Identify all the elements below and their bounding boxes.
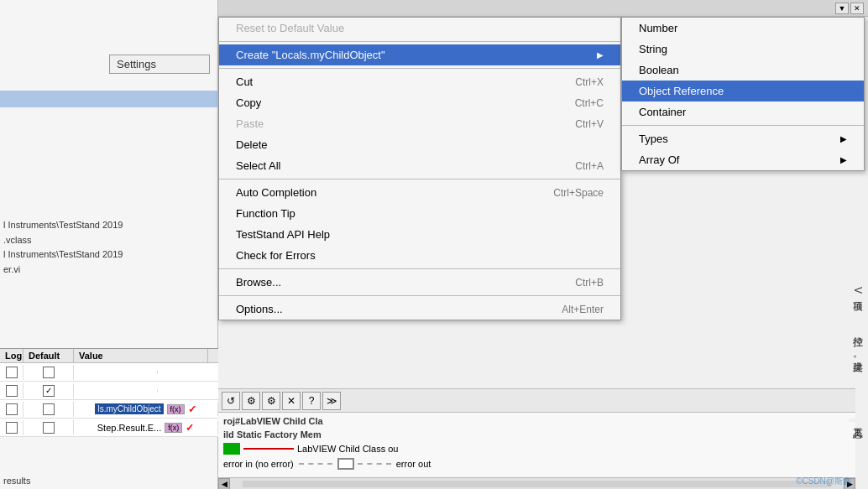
value-cell-2 — [74, 389, 158, 393]
submenu-array-of-label: Array Of — [639, 153, 679, 166]
submenu-object-reference-label: Object Reference — [639, 85, 724, 97]
log-checkbox-2[interactable] — [0, 383, 24, 398]
checkmark-icon: ✓ — [188, 403, 196, 415]
submenu-item-types[interactable]: Types ▶ — [622, 128, 864, 149]
copy-shortcut: Ctrl+C — [575, 97, 604, 109]
log-checkbox-1[interactable] — [0, 365, 24, 380]
watermark: ©CSDN@斯鑫 — [796, 476, 851, 487]
submenu-string-label: String — [639, 43, 667, 55]
menu-item-create-label: Create "Locals.myChildObject" — [236, 49, 385, 61]
menu-item-browse-label: Browse... — [236, 276, 281, 289]
table-row: ls.myChildObject f(x) ✓ — [0, 400, 218, 419]
submenu-separator-1 — [622, 125, 864, 126]
menu-item-browse[interactable]: Browse... Ctrl+B — [219, 272, 620, 293]
col-default: Default — [24, 349, 74, 362]
menu-item-function-tip[interactable]: Function Tip — [219, 203, 620, 224]
func-icon: f(x) — [167, 404, 185, 414]
results-label: results — [3, 476, 30, 486]
toolbar-gear-btn[interactable]: ⚙ — [242, 392, 260, 410]
menu-item-auto-completion-label: Auto Completion — [236, 186, 316, 199]
create-arrow-icon: ▶ — [597, 50, 604, 60]
toolbar-refresh-btn[interactable]: ↺ — [222, 392, 240, 410]
menu-item-function-tip-label: Function Tip — [236, 207, 295, 220]
menu-item-auto-completion[interactable]: Auto Completion Ctrl+Space — [219, 182, 620, 203]
scroll-left-btn[interactable]: ◀ — [218, 478, 230, 490]
settings-label: Settings — [117, 58, 156, 70]
options-shortcut: Alt+Enter — [562, 304, 604, 315]
value-cell-4: Step.Result.E... f(x) ✓ — [74, 421, 218, 434]
table-row: ✓ — [0, 382, 218, 400]
default-checkbox-4[interactable] — [24, 420, 74, 435]
submenu-item-object-reference[interactable]: Object Reference — [622, 81, 864, 101]
default-checkbox-3[interactable] — [24, 402, 74, 417]
menu-item-options[interactable]: Options... Alt+Enter — [219, 299, 620, 320]
paste-shortcut: Ctrl+V — [575, 118, 604, 130]
col-value: Value — [74, 349, 208, 362]
func-icon-2: f(x) — [165, 423, 182, 433]
menu-item-cut[interactable]: Cut Ctrl+X — [219, 71, 620, 92]
horizontal-scrollbar[interactable]: ◀ ▶ — [218, 477, 855, 489]
left-panel: Settings l Instruments\TestStand 2019 .v… — [0, 0, 218, 489]
path-row3: l Instruments\TestStand 2019 — [0, 247, 218, 261]
path-row4: er.vi — [0, 263, 218, 276]
value-cell-1 — [74, 371, 158, 374]
checked-icon: ✓ — [43, 385, 55, 397]
menu-item-reset[interactable]: Reset to Default Value — [219, 18, 620, 39]
menu-item-check-errors[interactable]: Check for Errors — [219, 245, 620, 266]
path-row1: l Instruments\TestStand 2019 — [0, 218, 218, 231]
menu-item-reset-label: Reset to Default Value — [236, 22, 344, 34]
default-checkbox-1[interactable] — [24, 365, 74, 380]
menu-item-delete[interactable]: Delete — [219, 134, 620, 155]
step-result-label: Step.Result.E... — [97, 423, 161, 433]
submenu: Number String Boolean Object Reference C… — [621, 17, 865, 171]
auto-completion-shortcut: Ctrl+Space — [553, 187, 604, 199]
table-row — [0, 363, 218, 382]
menu-separator-5 — [219, 295, 620, 296]
toolbar-gear2-btn[interactable]: ⚙ — [262, 392, 280, 410]
table-area: Log Default Value ✓ ls.myChildObject f(x… — [0, 348, 218, 437]
array-of-arrow-icon: ▶ — [840, 155, 847, 164]
default-checkbox-2[interactable]: ✓ — [24, 383, 74, 398]
error-in-label: error in (no error) — [223, 459, 294, 469]
bottom-title2: ild Static Factory Mem — [218, 428, 855, 441]
submenu-item-boolean[interactable]: Boolean — [622, 60, 864, 81]
menu-item-copy[interactable]: Copy Ctrl+C — [219, 92, 620, 113]
expression-value: ls.myChildObject — [95, 403, 163, 414]
toolbar-help-btn[interactable]: ? — [302, 392, 321, 410]
error-out-label: error out — [396, 459, 431, 469]
menu-item-delete-label: Delete — [236, 138, 268, 151]
menu-item-cut-label: Cut — [236, 75, 253, 88]
browse-shortcut: Ctrl+B — [575, 277, 604, 289]
error-row: error in (no error) error out — [218, 456, 855, 471]
menu-item-paste[interactable]: Paste Ctrl+V — [219, 113, 620, 134]
minimize-button[interactable]: ▼ — [835, 3, 849, 14]
menu-item-check-errors-label: Check for Errors — [236, 249, 316, 262]
log-checkbox-3[interactable] — [0, 402, 24, 417]
submenu-item-array-of[interactable]: Array Of ▶ — [622, 149, 864, 170]
menu-item-paste-label: Paste — [236, 117, 264, 130]
submenu-item-container[interactable]: Container — [622, 101, 864, 122]
close-button[interactable]: ✕ — [850, 3, 864, 14]
lv-green-box — [223, 443, 240, 455]
context-menu-primary: Reset to Default Value Create "Locals.my… — [218, 17, 621, 320]
menu-item-api-help-label: TestStand API Help — [236, 228, 330, 241]
submenu-item-string[interactable]: String — [622, 39, 864, 60]
log-checkbox-4[interactable] — [0, 420, 24, 435]
chinese-col-mid2: 径控 — [849, 327, 866, 330]
bottom-title1: roj#LabVIEW Child Cla — [218, 414, 855, 428]
submenu-container-label: Container — [639, 106, 686, 118]
menu-item-api-help[interactable]: TestStand API Help — [219, 224, 620, 245]
submenu-item-number[interactable]: Number — [622, 18, 864, 39]
menu-item-create[interactable]: Create "Locals.myChildObject" ▶ — [219, 44, 620, 65]
settings-header: Settings — [109, 55, 210, 74]
toolbar-close-btn[interactable]: ✕ — [282, 392, 301, 410]
chinese-col-mid: V项目 — [849, 285, 866, 295]
select-all-shortcut: Ctrl+A — [575, 160, 604, 172]
menu-item-select-all[interactable]: Select All Ctrl+A — [219, 155, 620, 176]
scroll-track[interactable] — [243, 481, 831, 487]
lv-label: LabVIEW Child Class ou — [297, 444, 398, 454]
menu-separator-4 — [219, 268, 620, 269]
menu-separator-3 — [219, 179, 620, 179]
toolbar-double-arrow-btn[interactable]: ≫ — [322, 392, 341, 410]
submenu-number-label: Number — [639, 22, 677, 34]
